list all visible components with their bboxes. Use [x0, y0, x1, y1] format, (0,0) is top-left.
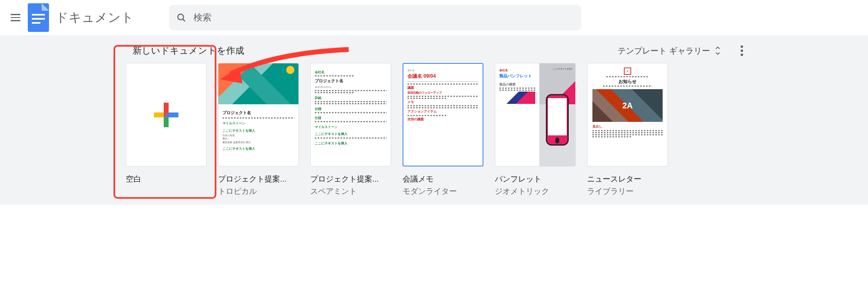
template-meeting-notes[interactable]: 会社名 会議名 09/04 議題 前回活動のフォローアップ メモ アクションアイ…	[403, 63, 483, 197]
svg-point-4	[741, 54, 743, 56]
section-title: 新しいドキュメントを作成	[133, 45, 244, 57]
template-thumb: ♥ お知らせ 2A 見出し	[587, 63, 668, 166]
plus-icon	[154, 103, 178, 127]
thumb-company: 会社名	[499, 68, 535, 72]
thumb-heading: お知らせ	[592, 79, 663, 85]
app-header: ドキュメント	[0, 0, 868, 35]
template-section: 新しいドキュメントを作成 テンプレート ギャラリー	[0, 35, 868, 205]
template-title: 会議メモ	[403, 174, 483, 184]
search-icon	[176, 13, 186, 22]
main-menu-button[interactable]	[10, 12, 21, 23]
template-brochure[interactable]: 会社名 製品パンフレット 製品の概要 ここにテキストを挿入 パンフレット ジオメ…	[495, 63, 576, 197]
more-options-button[interactable]	[732, 41, 752, 61]
template-project-spearmint[interactable]: 会社名 プロジェクト名 20XX年X月X日 詳細 目標 仕様 マイルストーン こ…	[310, 63, 391, 197]
template-subtitle: ジオメトリック	[495, 186, 576, 197]
template-subtitle: トロピカル	[218, 186, 299, 197]
gallery-label: テンプレート ギャラリー	[618, 45, 710, 56]
template-title: プロジェクト提案...	[218, 174, 299, 184]
app-title: ドキュメント	[56, 9, 134, 26]
thumb-company: 会社名	[315, 70, 387, 74]
template-title: プロジェクト提案...	[310, 174, 391, 184]
thumb-heading: プロジェクト名	[223, 110, 294, 116]
template-title: ニュースレター	[587, 174, 668, 184]
thumb-company: 会社名	[407, 69, 479, 72]
svg-point-3	[741, 49, 743, 52]
search-bar[interactable]	[169, 5, 581, 30]
template-title: パンフレット	[495, 174, 576, 184]
unfold-icon	[714, 46, 721, 56]
docs-logo-icon[interactable]	[28, 3, 49, 32]
template-gallery-button[interactable]: テンプレート ギャラリー	[613, 42, 726, 60]
template-title: 空白	[126, 174, 207, 184]
thumb-heading: プロジェクト名	[315, 78, 387, 84]
template-thumb: 会社名 製品パンフレット 製品の概要 ここにテキストを挿入	[495, 63, 576, 166]
template-subtitle: モダンライター	[403, 186, 483, 197]
search-input[interactable]	[194, 12, 574, 23]
svg-point-0	[178, 14, 184, 20]
template-subtitle: ライブラリー	[587, 186, 668, 197]
more-vert-icon	[741, 45, 743, 56]
thumb-heading: 製品パンフレット	[499, 73, 535, 79]
template-thumb: 会社名 会議名 09/04 議題 前回活動のフォローアップ メモ アクションアイ…	[403, 63, 483, 166]
template-thumb	[126, 63, 207, 166]
svg-point-2	[741, 45, 743, 48]
template-thumb: 会社名 プロジェクト名 20XX年X月X日 詳細 目標 仕様 マイルストーン こ…	[310, 63, 391, 166]
template-thumb: プロジェクト名 マイルストーン ここにテキストを挿入 自分の名前期日↓被投資家 …	[218, 63, 299, 166]
template-blank[interactable]: 空白	[126, 63, 207, 197]
template-newsletter[interactable]: ♥ お知らせ 2A 見出し ニュースレター ライブラリー	[587, 63, 668, 197]
template-subtitle: スペアミント	[310, 186, 391, 197]
template-project-tropical[interactable]: プロジェクト名 マイルストーン ここにテキストを挿入 自分の名前期日↓被投資家 …	[218, 63, 299, 197]
svg-line-1	[183, 19, 185, 21]
thumb-heading: 会議名 09/04	[407, 73, 479, 80]
